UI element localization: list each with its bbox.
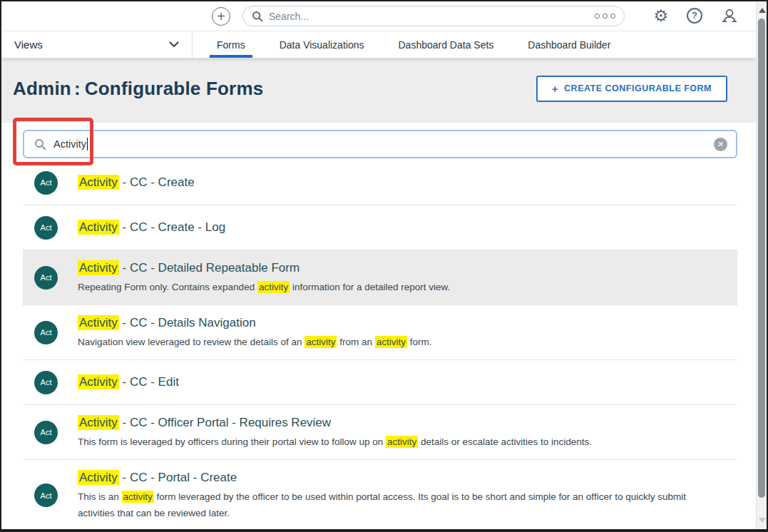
app-window: + Search... ⚙ ? <box>0 0 768 532</box>
form-type-badge: Act <box>34 371 58 394</box>
search-options-icon[interactable] <box>595 14 615 19</box>
page-header: Admin:Configurable Forms + CREATE CONFIG… <box>13 74 727 103</box>
help-icon[interactable]: ? <box>687 8 702 24</box>
list-item-description: This form is leveraged by officers durin… <box>78 434 592 450</box>
tab-dashboard-data-sets[interactable]: Dashboard Data Sets <box>381 31 511 58</box>
filter-search-icon <box>34 138 46 150</box>
top-icon-group: ⚙ ? <box>653 7 738 24</box>
create-configurable-form-button[interactable]: + CREATE CONFIGURABLE FORM <box>536 76 727 102</box>
add-icon[interactable]: + <box>212 7 230 26</box>
list-item[interactable]: Act Activity - CC - Create - Log <box>23 205 737 250</box>
list-item-description: Navigation view leveraged to review the … <box>78 334 432 350</box>
list-item[interactable]: Act Activity - CC - Create <box>23 160 737 205</box>
form-type-badge: Act <box>34 421 58 444</box>
tab-forms[interactable]: Forms <box>200 31 262 58</box>
forms-list: Act Activity - CC - Create Act Activity … <box>23 160 737 529</box>
plus-icon: + <box>552 83 558 95</box>
form-type-badge: Act <box>34 266 58 290</box>
forms-filter-input[interactable]: Activity ✕ <box>23 130 737 158</box>
list-item-text: Activity - CC - Details Navigation Navig… <box>78 314 432 350</box>
list-item[interactable]: Act Activity - CC - Officer Portal - Req… <box>23 405 737 460</box>
create-configurable-form-label: CREATE CONFIGURABLE FORM <box>564 83 712 93</box>
list-item-description: Repeating Form only. Contains expanded a… <box>78 279 450 295</box>
list-item-description: This is an activity form leveraged by th… <box>78 488 723 521</box>
list-item[interactable]: Act Activity - CC - Portal - Create This… <box>23 460 737 531</box>
page-title-prefix: Admin <box>13 78 71 99</box>
list-item-title: Activity - CC - Edit <box>78 374 179 391</box>
list-item-text: Activity - CC - Edit <box>78 374 179 391</box>
text-caret <box>87 138 88 150</box>
scroll-up-icon[interactable] <box>759 8 766 13</box>
list-item[interactable]: Act Activity - CC - Edit <box>23 360 737 405</box>
page-title: Admin:Configurable Forms <box>13 78 263 100</box>
list-item[interactable]: Act Activity - CC - Details Navigation N… <box>23 305 737 360</box>
list-item-text: Activity - CC - Portal - Create This is … <box>78 469 723 521</box>
user-profile-icon[interactable] <box>721 7 738 24</box>
chevron-down-icon <box>169 41 179 48</box>
main-content: Admin:Configurable Forms + CREATE CONFIG… <box>1 59 756 529</box>
page-title-separator: : <box>71 78 85 99</box>
top-bar: + Search... ⚙ ? <box>1 1 756 31</box>
list-item-text: Activity - CC - Create - Log <box>78 219 225 236</box>
list-item-text: Activity - CC - Detailed Repeatable Form… <box>78 260 450 295</box>
list-item-text: Activity - CC - Officer Portal - Require… <box>78 414 592 450</box>
list-item-text: Activity - CC - Create <box>78 174 195 191</box>
global-search-input[interactable]: Search... <box>242 6 625 26</box>
vertical-scrollbar[interactable] <box>756 1 767 529</box>
list-item-title: Activity - CC - Portal - Create <box>78 469 723 486</box>
list-item-title: Activity - CC - Create <box>78 174 195 191</box>
form-type-badge: Act <box>34 216 58 240</box>
nav-bar: Views FormsData VisualizationsDashboard … <box>1 31 756 58</box>
list-item[interactable]: Act Activity - CC - Detailed Repeatable … <box>23 250 737 305</box>
list-item-title: Activity - CC - Details Navigation <box>78 314 432 332</box>
list-item-title: Activity - CC - Detailed Repeatable Form <box>78 260 450 277</box>
scroll-down-icon[interactable] <box>759 518 766 523</box>
form-type-badge: Act <box>34 171 58 195</box>
clear-search-icon[interactable]: ✕ <box>714 138 727 151</box>
page-title-main: Configurable Forms <box>85 78 264 99</box>
list-item-title: Activity - CC - Officer Portal - Require… <box>78 414 592 431</box>
scrollbar-thumb[interactable] <box>758 19 765 498</box>
search-icon <box>252 11 263 22</box>
views-dropdown[interactable]: Views <box>1 31 193 58</box>
tab-bar: FormsData VisualizationsDashboard Data S… <box>193 31 628 58</box>
tab-data-visualizations[interactable]: Data Visualizations <box>262 31 382 58</box>
tab-dashboard-builder[interactable]: Dashboard Builder <box>511 31 628 58</box>
settings-gear-icon[interactable]: ⚙ <box>653 7 668 24</box>
filter-value: Activity <box>53 138 86 150</box>
global-search-placeholder: Search... <box>269 11 595 22</box>
form-type-badge: Act <box>34 484 58 507</box>
form-type-badge: Act <box>34 321 58 344</box>
list-item-title: Activity - CC - Create - Log <box>78 219 225 236</box>
views-dropdown-label: Views <box>14 39 43 51</box>
